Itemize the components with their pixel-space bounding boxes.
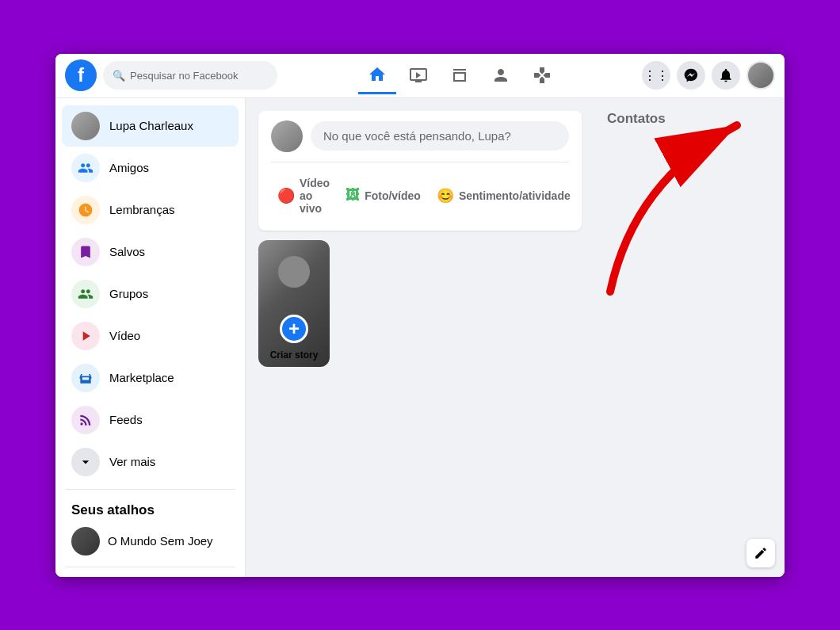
nav-home-btn[interactable] (358, 56, 396, 94)
sidebar-item-feeds[interactable]: Feeds (62, 399, 239, 441)
contatos-title: Contatos (607, 111, 772, 127)
story-image (258, 240, 330, 367)
shortcut-avatar (71, 527, 100, 556)
sidebar-footer: Privacidade · Termos · Publicidade · Esc… (55, 574, 245, 577)
story-label: Criar story (258, 349, 330, 361)
composer-input[interactable]: No que você está pensando, Lupa? (311, 121, 569, 151)
stories-row: + Criar story (258, 240, 582, 367)
composer-top: No que você está pensando, Lupa? (271, 120, 569, 152)
sidebar-item-friends[interactable]: Amigos (62, 147, 239, 189)
user-name-label: Lupa Charleaux (109, 119, 193, 132)
account-avatar-btn[interactable] (746, 61, 775, 90)
edit-compose-btn[interactable] (746, 539, 775, 567)
sidebar-item-marketplace[interactable]: Marketplace (62, 357, 239, 399)
memories-label: Lembranças (109, 203, 175, 216)
saved-label: Salvos (109, 245, 145, 258)
sidebar-item-video[interactable]: Vídeo (62, 315, 239, 357)
live-video-btn[interactable]: 🔴 Vídeo ao vivo (271, 170, 336, 221)
feed-area: No que você está pensando, Lupa? 🔴 Vídeo… (246, 98, 594, 577)
user-avatar-icon (71, 112, 100, 140)
feeling-icon: 😊 (437, 187, 454, 204)
story-add-icon: + (280, 315, 308, 343)
shortcut-item-mundo[interactable]: O Mundo Sem Joey (62, 522, 239, 560)
nav-friends-btn[interactable] (482, 56, 520, 94)
browser-window: f 🔍 Pesquisar no Facebook (55, 54, 785, 577)
live-video-label: Vídeo ao vivo (300, 177, 330, 215)
feeds-icon (71, 406, 100, 434)
memories-icon (71, 196, 100, 224)
story-card-create[interactable]: + Criar story (258, 240, 330, 367)
nav-center-icons (284, 56, 636, 94)
page-background: f 🔍 Pesquisar no Facebook (0, 0, 840, 630)
composer-avatar (271, 120, 303, 152)
shortcuts-title: Seus atalhos (55, 496, 245, 521)
sidebar-item-user[interactable]: Lupa Charleaux (62, 105, 239, 147)
friends-icon (71, 154, 100, 182)
main-content: Lupa Charleaux Amigos Lembranças (55, 98, 785, 577)
nav-store-btn[interactable] (441, 56, 479, 94)
more-icon (71, 448, 100, 476)
sidebar-item-saved[interactable]: Salvos (62, 231, 239, 273)
search-icon: 🔍 (113, 70, 125, 82)
composer-placeholder: No que você está pensando, Lupa? (323, 129, 511, 143)
feeling-btn[interactable]: 😊 Sentimento/atividade (430, 170, 577, 221)
feeling-label: Sentimento/atividade (459, 189, 571, 202)
photo-video-label: Foto/vídeo (365, 189, 421, 202)
live-video-icon: 🔴 (277, 187, 295, 204)
video-icon (71, 322, 100, 350)
photo-video-icon: 🖼 (346, 187, 360, 204)
friends-label: Amigos (109, 161, 149, 174)
post-composer: No que você está pensando, Lupa? 🔴 Vídeo… (258, 111, 582, 231)
feeds-label: Feeds (109, 413, 143, 426)
saved-icon (71, 238, 100, 266)
marketplace-icon (71, 364, 100, 392)
marketplace-label: Marketplace (109, 371, 174, 384)
messenger-btn[interactable] (677, 61, 705, 90)
photo-video-btn[interactable]: 🖼 Foto/vídeo (339, 170, 427, 221)
sidebar-divider (65, 489, 235, 490)
more-label: Ver mais (109, 455, 155, 468)
notifications-btn[interactable] (712, 61, 740, 90)
groups-label: Grupos (109, 287, 148, 300)
sidebar: Lupa Charleaux Amigos Lembranças (55, 98, 246, 577)
composer-actions: 🔴 Vídeo ao vivo 🖼 Foto/vídeo 😊 Sentiment… (271, 162, 569, 221)
sidebar-item-groups[interactable]: Grupos (62, 273, 239, 315)
shortcut-label: O Mundo Sem Joey (108, 534, 213, 548)
nav-gaming-btn[interactable] (523, 56, 561, 94)
svg-point-0 (80, 422, 82, 425)
groups-icon (71, 280, 100, 308)
sidebar-item-more[interactable]: Ver mais (62, 441, 239, 483)
navbar: f 🔍 Pesquisar no Facebook (55, 54, 785, 98)
search-bar[interactable]: 🔍 Pesquisar no Facebook (103, 61, 277, 90)
grid-menu-btn[interactable]: ⋮⋮ (642, 61, 670, 90)
right-sidebar: Contatos (594, 98, 785, 577)
sidebar-divider-2 (65, 567, 235, 567)
nav-right-icons: ⋮⋮ (642, 61, 775, 90)
fb-logo-icon[interactable]: f (65, 59, 97, 91)
nav-video-btn[interactable] (399, 56, 437, 94)
sidebar-item-memories[interactable]: Lembranças (62, 189, 239, 231)
search-placeholder: Pesquisar no Facebook (130, 70, 239, 82)
video-label: Vídeo (109, 329, 140, 342)
